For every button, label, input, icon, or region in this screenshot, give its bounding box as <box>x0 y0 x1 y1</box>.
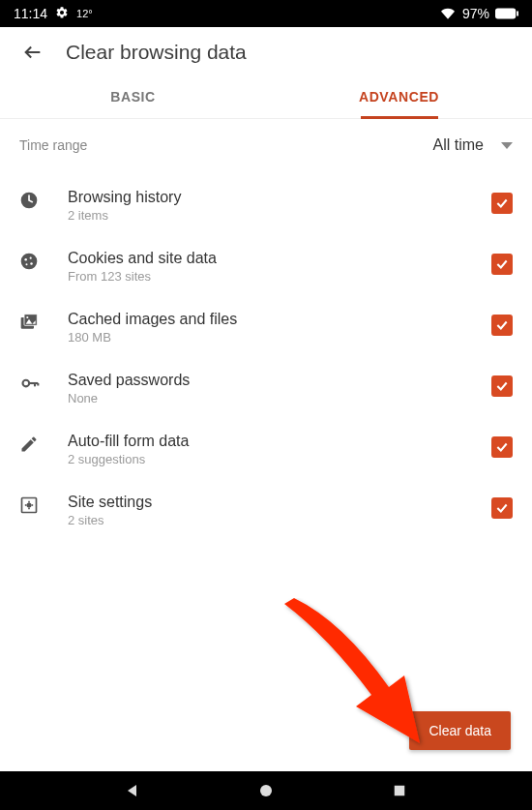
svg-point-13 <box>26 316 28 318</box>
gear-icon <box>55 6 69 22</box>
nav-back[interactable] <box>124 782 141 799</box>
checkbox-cookies[interactable] <box>491 254 513 275</box>
clear-data-button[interactable]: Clear data <box>409 711 511 750</box>
wifi-icon <box>439 7 457 20</box>
nav-home[interactable] <box>257 782 275 799</box>
svg-rect-0 <box>495 8 516 18</box>
title-bar: Clear browsing data <box>0 27 532 72</box>
item-cookies[interactable]: Cookies and site data From 123 sites <box>19 236 513 297</box>
svg-marker-24 <box>128 785 136 796</box>
item-title: Cookies and site data <box>68 250 491 267</box>
item-title: Auto-fill form data <box>68 433 491 450</box>
nav-recent[interactable] <box>391 782 408 799</box>
item-title: Site settings <box>68 494 491 511</box>
tab-basic[interactable]: BASIC <box>0 72 266 118</box>
status-bar: 11:14 12° 97% <box>0 0 532 27</box>
svg-marker-3 <box>501 142 513 149</box>
item-title: Saved passwords <box>68 372 491 389</box>
checkbox-cache[interactable] <box>491 315 513 336</box>
status-battery-pct: 97% <box>462 6 489 21</box>
svg-rect-1 <box>517 11 518 16</box>
time-range-row: Time range All time <box>19 136 513 154</box>
checkbox-passwords[interactable] <box>491 375 513 397</box>
item-passwords[interactable]: Saved passwords None <box>19 358 513 419</box>
checkbox-autofill[interactable] <box>491 436 513 458</box>
system-nav-bar <box>0 771 532 810</box>
item-sub: None <box>68 391 491 405</box>
svg-point-6 <box>24 258 27 261</box>
time-range-select[interactable]: All time <box>433 136 513 154</box>
app-container: Clear browsing data BASIC ADVANCED Time … <box>0 27 532 771</box>
item-browsing-history[interactable]: Browsing history 2 items <box>19 175 513 236</box>
battery-icon <box>495 8 518 19</box>
content-area: Time range All time Browsing history 2 i… <box>0 119 532 771</box>
page-title: Clear browsing data <box>66 41 247 64</box>
pencil-icon <box>19 433 52 454</box>
item-sub: 2 suggestions <box>68 452 491 466</box>
item-title: Cached images and files <box>68 311 491 328</box>
item-title: Browsing history <box>68 189 491 206</box>
time-range-value: All time <box>433 136 484 154</box>
item-autofill[interactable]: Auto-fill form data 2 suggestions <box>19 419 513 480</box>
svg-point-9 <box>26 263 28 265</box>
svg-point-7 <box>30 257 32 259</box>
tab-advanced[interactable]: ADVANCED <box>266 72 532 118</box>
item-sub: 2 sites <box>68 513 491 527</box>
status-time: 11:14 <box>14 6 47 21</box>
history-icon <box>19 189 52 210</box>
cookie-icon <box>19 250 52 271</box>
svg-point-19 <box>27 503 30 506</box>
dropdown-icon <box>501 136 513 154</box>
svg-point-14 <box>23 380 30 387</box>
site-settings-icon <box>19 494 52 515</box>
item-site-settings[interactable]: Site settings 2 sites <box>19 480 513 541</box>
svg-point-8 <box>30 262 33 265</box>
item-sub: From 123 sites <box>68 269 491 284</box>
item-sub: 180 MB <box>68 330 491 345</box>
status-temp: 12° <box>76 8 93 19</box>
checkbox-browsing-history[interactable] <box>491 193 513 214</box>
key-icon <box>19 372 52 393</box>
checkbox-site-settings[interactable] <box>491 497 513 519</box>
item-cache[interactable]: Cached images and files 180 MB <box>19 297 513 358</box>
svg-point-5 <box>21 254 38 270</box>
svg-point-25 <box>260 785 272 796</box>
item-sub: 2 items <box>68 208 491 223</box>
tabs: BASIC ADVANCED <box>0 72 532 119</box>
back-button[interactable] <box>21 41 44 64</box>
image-icon <box>19 311 52 332</box>
svg-rect-26 <box>395 786 405 796</box>
time-range-label: Time range <box>19 137 87 153</box>
